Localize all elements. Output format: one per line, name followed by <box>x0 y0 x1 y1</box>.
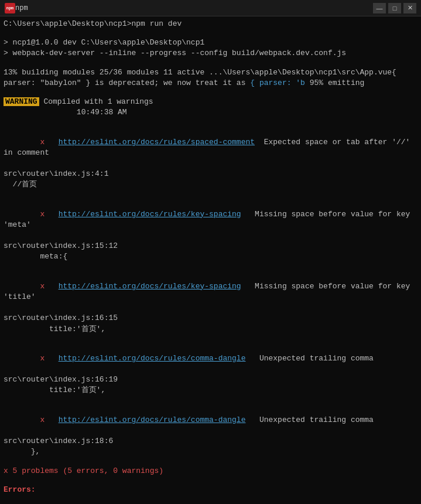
prompt-line: C:\Users\apple\Desktop\ncp1>npm run dev <box>4 19 417 29</box>
minimize-button[interactable]: — <box>373 3 386 13</box>
parser-highlight: { parser: 'b <box>250 79 305 87</box>
error-1-src: src\router\index.js:4:1 <box>4 169 417 179</box>
titlebar-controls: — □ ✕ <box>373 3 416 13</box>
error-4-code: title:'首页', <box>4 385 417 396</box>
blank-line-2 <box>4 59 417 67</box>
error-4-line: x http://eslint.org/docs/rules/comma-dan… <box>4 343 417 375</box>
error-5-code: }, <box>4 447 417 457</box>
npm-icon: npm <box>5 3 15 13</box>
maximize-button[interactable]: □ <box>388 3 401 13</box>
error-1-x: x <box>31 138 59 147</box>
errors-count-1-line: 2 http://eslint.org/docs/rules/comma-dan… <box>4 495 417 504</box>
blank-line-10 <box>4 476 417 485</box>
error-2-x: x <box>31 210 59 219</box>
blank-line-6 <box>4 263 417 271</box>
error-1-code: //首页 <box>4 179 417 190</box>
error-3-link[interactable]: http://eslint.org/docs/rules/key-spacing <box>59 282 241 291</box>
error-4-link[interactable]: http://eslint.org/docs/rules/comma-dangl… <box>59 354 246 363</box>
blank-line-7 <box>4 335 417 343</box>
emitting-text: 95% emitting <box>305 79 364 87</box>
warning-line: WARNING Compiled with 1 warnings <box>4 97 417 107</box>
error-2-src: src\router\index.js:15:12 <box>4 241 417 251</box>
error-5-line: x http://eslint.org/docs/rules/comma-dan… <box>4 404 417 437</box>
warning-badge: WARNING <box>4 97 39 106</box>
blank-line-5 <box>4 190 417 198</box>
error-4-src: src\router\index.js:16:19 <box>4 374 417 385</box>
error-5-x: x <box>31 416 59 424</box>
error-5-src: src\router\index.js:18:6 <box>4 436 417 447</box>
error-2-code: meta:{ <box>4 251 417 262</box>
titlebar: npm npm — □ ✕ <box>0 0 421 16</box>
error-3-line: x http://eslint.org/docs/rules/key-spaci… <box>4 271 417 314</box>
blank-line-8 <box>4 396 417 404</box>
close-button[interactable]: ✕ <box>403 3 416 13</box>
error-3-src: src\router\index.js:16:15 <box>4 313 417 323</box>
errors-label: Errors: <box>4 485 417 495</box>
error-2-link[interactable]: http://eslint.org/docs/rules/key-spacing <box>59 210 241 219</box>
parser-line: parser: "babylon" } is deprecated; we no… <box>4 78 417 88</box>
output-line-2: > webpack-dev-server --inline --progress… <box>4 48 417 59</box>
titlebar-title: npm <box>15 4 373 12</box>
error-1-link[interactable]: http://eslint.org/docs/rules/spaced-comm… <box>59 138 255 147</box>
error-3-code: title:'首页', <box>4 324 417 335</box>
error-3-x: x <box>31 282 59 291</box>
terminal[interactable]: C:\Users\apple\Desktop\ncp1>npm run dev … <box>0 16 421 504</box>
time-line: 10:49:38 AM <box>4 107 417 118</box>
blank-line-1 <box>4 29 417 38</box>
building-line: 13% building modules 25/36 modules 11 ac… <box>4 67 417 78</box>
summary-line: x 5 problems (5 errors, 0 warnings) <box>4 466 417 476</box>
error-2-line: x http://eslint.org/docs/rules/key-spaci… <box>4 198 417 241</box>
error-5-link[interactable]: http://eslint.org/docs/rules/comma-dangl… <box>59 416 246 424</box>
output-line-1: > ncp1@1.0.0 dev C:\Users\apple\Desktop\… <box>4 38 417 48</box>
warning-text: Compiled with 1 warnings <box>39 97 153 106</box>
blank-line-9 <box>4 458 417 466</box>
error-1-line: x http://eslint.org/docs/rules/spaced-co… <box>4 126 417 169</box>
error-4-x: x <box>31 354 59 363</box>
error-5-msg: Unexpected trailing comma <box>245 416 373 424</box>
error-4-msg: Unexpected trailing comma <box>245 354 373 363</box>
window: npm npm — □ ✕ C:\Users\apple\Desktop\ncp… <box>0 0 421 504</box>
blank-line-4 <box>4 118 417 126</box>
parser-text: parser: "babylon" } is deprecated; we no… <box>4 79 250 87</box>
blank-line-3 <box>4 88 417 97</box>
